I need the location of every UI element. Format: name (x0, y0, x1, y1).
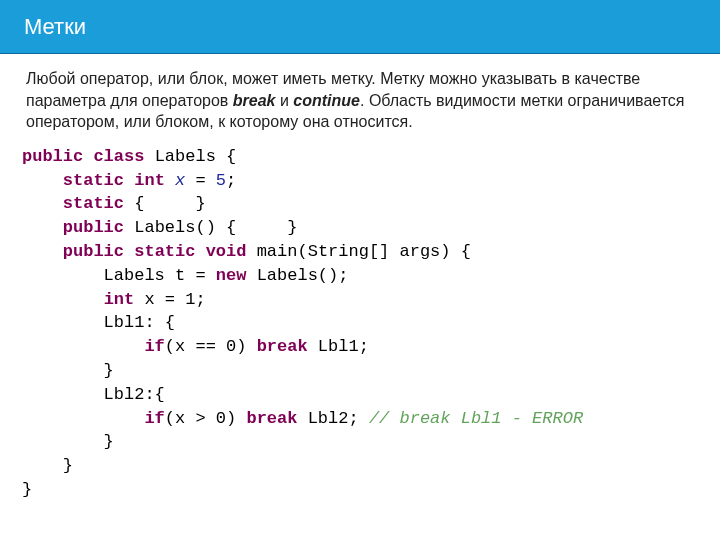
kw-break: break (246, 409, 297, 428)
code-text: x = 1; (134, 290, 205, 309)
kw-static: static (63, 171, 124, 190)
code-text: Labels { (144, 147, 236, 166)
kw-int: int (134, 171, 165, 190)
kw-int: int (104, 290, 135, 309)
kw-static: static (134, 242, 195, 261)
code-text: } (22, 456, 73, 475)
code-text: ; (226, 171, 236, 190)
code-text: Lbl2; (297, 409, 368, 428)
code-text: Lbl2:{ (22, 385, 165, 404)
field-x: x (175, 171, 185, 190)
code-text: = (185, 171, 216, 190)
num-5: 5 (216, 171, 226, 190)
code-text: (x == 0) (165, 337, 257, 356)
kw-static: static (63, 194, 124, 213)
code-text: } (22, 480, 32, 499)
code-text: Lbl1; (308, 337, 369, 356)
kw-public: public (63, 242, 124, 261)
kw-if: if (144, 337, 164, 356)
code-text: Labels(); (246, 266, 348, 285)
code-text: (x > 0) (165, 409, 247, 428)
code-text: main(String[] args) { (246, 242, 470, 261)
desc-mid: и (275, 92, 293, 109)
kw-if: if (144, 409, 164, 428)
slide-title: Метки (24, 14, 86, 40)
kw-class: class (93, 147, 144, 166)
code-text: } (22, 361, 114, 380)
kw-public: public (22, 147, 83, 166)
code-text: Labels t = (22, 266, 216, 285)
kw-void: void (206, 242, 247, 261)
kw-new: new (216, 266, 247, 285)
kw-public: public (63, 218, 124, 237)
description-paragraph: Любой оператор, или блок, может иметь ме… (0, 54, 720, 141)
code-text: { } (124, 194, 206, 213)
desc-kw2: continue (293, 92, 360, 109)
code-text: } (22, 432, 114, 451)
slide-header: Метки (0, 0, 720, 54)
kw-break: break (257, 337, 308, 356)
desc-kw1: break (233, 92, 276, 109)
code-comment: // break Lbl1 - ERROR (369, 409, 583, 428)
code-block: public class Labels { static int x = 5; … (0, 141, 720, 502)
code-text: Lbl1: { (22, 313, 175, 332)
code-text: Labels() { } (124, 218, 297, 237)
